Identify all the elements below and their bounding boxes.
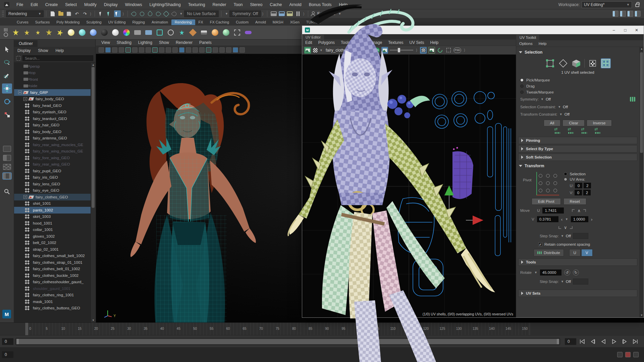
viewport-toolbar-icon[interactable] <box>206 47 211 53</box>
shelf-icon[interactable] <box>78 28 87 37</box>
outliner-row[interactable]: gloves_1002 <box>14 233 91 240</box>
menu-set-selector[interactable]: Rendering▼ <box>6 10 44 17</box>
outliner-row[interactable]: belt_02_1002 <box>14 240 91 246</box>
step-forward-button[interactable] <box>621 338 629 345</box>
outliner-row[interactable]: persp <box>14 63 91 70</box>
viewport-toolbar-icon[interactable] <box>146 47 151 53</box>
viewport-menu-item[interactable]: Shading <box>113 40 135 45</box>
viewport-toolbar-icon[interactable] <box>226 47 231 53</box>
shelf-icon[interactable] <box>89 28 98 37</box>
toggle-attribute-editor-icon[interactable] <box>620 11 626 17</box>
outliner-row[interactable]: fairy_body_GEO <box>14 96 91 103</box>
new-scene-icon[interactable] <box>49 10 56 17</box>
uv-area-v-max[interactable]: 2 <box>583 190 591 195</box>
section-transform[interactable]: Transform <box>518 162 637 170</box>
outliner-row[interactable]: fairy_pupil_GEO <box>14 168 91 174</box>
section-tools[interactable]: Tools <box>518 258 637 266</box>
uv-editor-menu-item[interactable]: View <box>353 40 368 45</box>
shelf-icon[interactable] <box>144 28 153 37</box>
outliner-row[interactable]: hood_1001 <box>14 220 91 227</box>
live-surface-field[interactable]: No Live Surface <box>184 10 219 17</box>
auto-key-icon[interactable] <box>633 352 639 357</box>
select-range-icon[interactable] <box>594 129 602 134</box>
move-left-button[interactable]: ‹ <box>561 217 562 222</box>
workspace-lock-icon[interactable] <box>635 4 639 7</box>
uv-canvas[interactable]: (1/0) UV shells, (0/0) overlapping UVs, … <box>302 55 516 317</box>
menu-item[interactable]: Create <box>42 0 62 9</box>
rotate-angle-field[interactable]: 45.0000 <box>540 269 561 276</box>
shelf-tab[interactable]: Custom <box>232 19 252 25</box>
uv-editor-menu-item[interactable]: Textures <box>385 40 406 45</box>
uv-editor-menu-item[interactable]: UV Sets <box>407 40 427 45</box>
menu-item[interactable]: Toon <box>230 0 246 9</box>
layout-current-button[interactable] <box>3 173 11 179</box>
uv-editor-menu-item[interactable]: Image <box>368 40 385 45</box>
distribute-u-button[interactable]: U <box>569 249 581 256</box>
reset-pivot-button[interactable]: Reset <box>564 198 586 205</box>
section-uv-sets[interactable]: UV Sets <box>518 290 637 297</box>
rotate-ccw-button[interactable]: ↺ <box>564 269 570 276</box>
uv-distortion-icon[interactable] <box>420 47 427 54</box>
shelf-icon[interactable] <box>133 28 142 37</box>
viewport-menu-item[interactable]: View <box>98 40 113 45</box>
menu-item[interactable]: Texturing <box>184 0 209 9</box>
outliner-row[interactable]: fairy_clothes_strap_01_1001 <box>14 259 91 266</box>
outliner-row[interactable]: fairy_eye_GEO <box>14 187 91 194</box>
outliner-row[interactable]: front <box>14 76 91 83</box>
shelf-icon[interactable] <box>111 28 120 37</box>
symmetry-field[interactable]: Symmetry: Off <box>229 10 261 17</box>
outliner-row[interactable]: fairy_clothes_small_belt_1002 <box>14 253 91 259</box>
uv-area-u-min[interactable]: 0 <box>575 183 582 188</box>
play-backwards-button[interactable] <box>600 338 607 345</box>
open-scene-icon[interactable] <box>57 10 64 17</box>
menu-item[interactable]: Help <box>335 0 352 9</box>
grow-selection-icon[interactable] <box>567 129 575 134</box>
ipr-render-icon[interactable] <box>278 10 285 17</box>
layout-four-pane-button[interactable] <box>3 164 11 170</box>
outliner-row[interactable]: skirt_1003 <box>14 214 91 220</box>
shelf-icon[interactable] <box>244 28 253 37</box>
shelf-tab[interactable]: Animation <box>148 19 171 25</box>
face-mode-icon[interactable] <box>571 58 581 68</box>
maya-app-icon[interactable] <box>4 2 9 7</box>
viewport-toolbar-icon[interactable] <box>139 47 144 53</box>
shelf-tab[interactable]: Rendering <box>171 19 195 25</box>
viewport-toolbar-icon[interactable] <box>152 47 158 53</box>
menu-item[interactable]: Arnold <box>286 0 305 9</box>
time-slider[interactable]: 0510152025303540455055606570758085909510… <box>0 322 644 335</box>
selection-button[interactable]: All <box>544 120 561 126</box>
paint-select-tool[interactable] <box>2 70 12 80</box>
outliner-menu-item[interactable]: Display <box>14 48 34 53</box>
range-slider[interactable] <box>15 338 560 345</box>
menu-item[interactable]: Display <box>100 0 121 9</box>
go-to-start-button[interactable] <box>578 338 586 345</box>
snap-projected-icon[interactable] <box>155 10 162 17</box>
select-border-icon[interactable] <box>581 129 589 134</box>
anim-start-field[interactable]: 0 <box>2 351 13 358</box>
uv-area-u-max[interactable]: 2 <box>584 183 591 188</box>
distribute-v-button[interactable]: V <box>581 249 593 256</box>
outliner-row[interactable]: fairy_antenna_GEO <box>14 135 91 142</box>
shelf-icon[interactable] <box>100 28 109 37</box>
section-soft-selection[interactable]: Soft Selection <box>518 154 637 161</box>
rgb-channels-icon[interactable]: RGB <box>372 48 380 53</box>
menu-item[interactable]: Modify <box>80 0 100 9</box>
viewport-toolbar-icon[interactable] <box>172 47 178 53</box>
anim-prefs-icon[interactable] <box>617 352 623 357</box>
shelf-icon[interactable] <box>166 28 175 37</box>
viewport-toolbar-icon[interactable] <box>186 47 191 53</box>
snap-view-icon[interactable] <box>163 10 170 17</box>
close-button[interactable]: ✕ <box>631 26 642 34</box>
marquee-mode-radio[interactable]: Tweak/Marquee <box>518 89 637 95</box>
shelf-tab[interactable]: FX <box>195 19 207 25</box>
menu-item[interactable]: Lighting/Shading <box>146 0 184 9</box>
outliner-row[interactable]: fairy_head_GEO <box>14 102 91 109</box>
image-dim-slider[interactable] <box>390 50 413 51</box>
uv-toolkit-menu-item[interactable]: Help <box>536 42 550 46</box>
outliner-row[interactable]: collar_1001 <box>14 227 91 233</box>
menu-item[interactable]: Cache <box>266 0 285 9</box>
menu-item[interactable]: Select <box>61 0 80 9</box>
outliner-row[interactable]: pants_1002 <box>14 207 91 214</box>
uv-mode-icon[interactable] <box>588 58 598 68</box>
outliner-row[interactable]: fairy_eyelash_GEO <box>14 109 91 116</box>
